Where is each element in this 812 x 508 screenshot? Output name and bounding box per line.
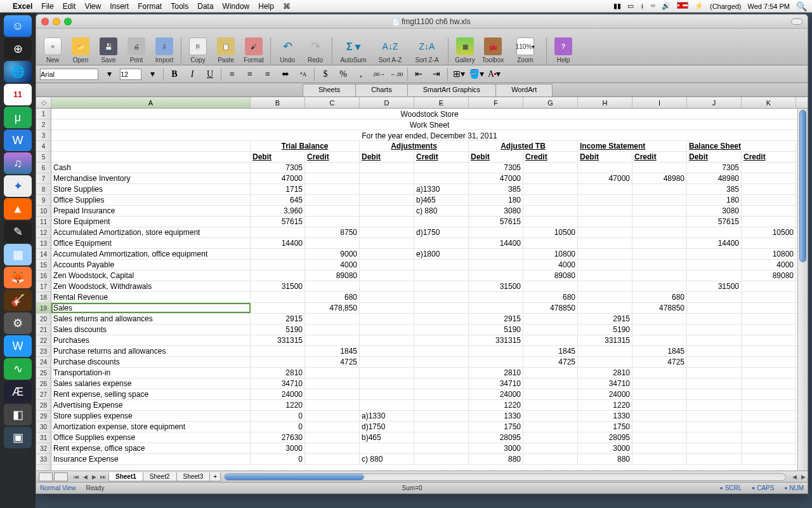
cell[interactable]: Rent expense, selling space <box>51 389 251 399</box>
page-layout-view-button[interactable] <box>54 472 68 481</box>
toolbox-button[interactable]: 🧰Toolbox <box>480 37 506 64</box>
cell[interactable] <box>469 292 523 302</box>
cell[interactable]: 24000 <box>251 389 305 399</box>
borders-button[interactable]: ⊞▾ <box>452 68 466 81</box>
decrease-decimal-button[interactable]: ←.00 <box>390 68 403 81</box>
cell[interactable] <box>742 303 796 313</box>
cell[interactable]: 31500 <box>469 281 523 291</box>
undo-button[interactable]: ↶Undo <box>275 37 300 64</box>
cell[interactable]: 180 <box>469 195 523 205</box>
tab-sheets[interactable]: Sheets <box>303 84 356 97</box>
decrease-indent-button[interactable]: ⇤ <box>412 68 426 81</box>
cell[interactable]: Sales returns and allowances <box>51 314 251 324</box>
hscroll-left[interactable]: ◀ <box>790 474 799 480</box>
cell[interactable] <box>414 422 469 432</box>
cell[interactable]: Prepaid Insurance <box>51 206 251 216</box>
cell[interactable] <box>632 378 687 389</box>
row-header[interactable]: 20 <box>36 314 51 324</box>
row-header[interactable]: 2 <box>36 119 51 130</box>
cell[interactable] <box>305 281 360 291</box>
cell[interactable] <box>687 400 742 410</box>
cell[interactable]: Income Statement <box>578 141 687 151</box>
cell[interactable]: Debit <box>360 152 414 162</box>
first-sheet-button[interactable]: ⏮ <box>72 472 81 481</box>
cell[interactable] <box>523 195 578 205</box>
flag-icon[interactable] <box>677 2 688 10</box>
cell[interactable] <box>360 335 414 345</box>
cell[interactable]: 880 <box>578 454 632 464</box>
cell[interactable]: Credit <box>305 152 360 162</box>
cell[interactable] <box>742 454 796 464</box>
cell[interactable]: 2810 <box>469 368 523 378</box>
cell[interactable] <box>360 206 414 216</box>
cell[interactable]: 1750 <box>578 422 632 432</box>
cell[interactable]: 31500 <box>251 281 305 291</box>
display-icon[interactable]: ▭ <box>627 2 634 10</box>
cell[interactable] <box>414 389 469 399</box>
row-header[interactable]: 24 <box>36 357 51 368</box>
cell[interactable] <box>742 389 796 399</box>
volume-icon[interactable]: 🔊 <box>662 2 671 10</box>
font-name-input[interactable] <box>40 69 98 80</box>
cell[interactable] <box>632 227 687 237</box>
cell[interactable]: 331315 <box>251 335 305 345</box>
cell[interactable]: 3080 <box>469 206 523 216</box>
cell[interactable] <box>523 411 578 421</box>
cell[interactable] <box>360 227 414 237</box>
import-button[interactable]: ⇩Import <box>152 37 177 64</box>
row-header[interactable]: 14 <box>36 249 51 260</box>
cell[interactable] <box>687 292 742 302</box>
cell[interactable]: 1220 <box>578 400 632 410</box>
menu-insert[interactable]: Insert <box>110 2 129 11</box>
cell[interactable]: a)1330 <box>360 411 414 421</box>
cell[interactable] <box>742 400 796 410</box>
cell[interactable] <box>578 163 632 173</box>
cell[interactable] <box>742 238 796 248</box>
row-header[interactable]: 28 <box>36 400 51 411</box>
next-sheet-button[interactable]: ▶ <box>89 472 98 481</box>
merge-button[interactable]: ⬌ <box>278 68 292 81</box>
cell[interactable] <box>742 335 796 345</box>
cell[interactable]: 180 <box>687 195 742 205</box>
cell[interactable] <box>360 217 414 227</box>
cell[interactable] <box>305 163 360 173</box>
chevron-down-icon[interactable]: ▾ <box>145 68 159 81</box>
cell[interactable] <box>687 422 742 432</box>
cell[interactable]: Accumulated Amortization, store equipmen… <box>51 227 251 237</box>
row-header[interactable]: 25 <box>36 368 51 378</box>
minimize-button[interactable] <box>53 18 60 25</box>
app-name[interactable]: Excel <box>13 2 32 11</box>
row-header[interactable]: 31 <box>36 432 51 443</box>
row-header[interactable]: 16 <box>36 271 51 281</box>
cell[interactable] <box>305 432 360 443</box>
cell[interactable] <box>632 443 687 453</box>
cell[interactable]: Transportation-in <box>51 368 251 378</box>
cell[interactable] <box>742 357 796 367</box>
row-header[interactable]: 9 <box>36 195 51 206</box>
cell[interactable] <box>742 346 796 356</box>
cell[interactable] <box>414 443 469 453</box>
cell[interactable]: Sales salaries expense <box>51 378 251 389</box>
cell[interactable]: a)1330 <box>414 184 469 194</box>
cell[interactable]: 10500 <box>742 227 796 237</box>
cell[interactable]: Credit <box>742 152 796 162</box>
cell[interactable] <box>578 346 632 356</box>
spotlight-icon[interactable]: 🔍 <box>796 1 807 11</box>
cell[interactable]: 478,850 <box>305 303 360 313</box>
row-header[interactable]: 11 <box>36 217 51 227</box>
cell[interactable]: 7305 <box>251 163 305 173</box>
col-header-d[interactable]: D <box>360 97 414 108</box>
cell[interactable] <box>578 227 632 237</box>
scrl-indicator[interactable]: SCRL <box>720 485 742 491</box>
menu-edit[interactable]: Edit <box>63 2 76 11</box>
cell[interactable] <box>523 432 578 443</box>
cell[interactable]: 14400 <box>687 238 742 248</box>
cell[interactable] <box>251 227 305 237</box>
vertical-scrollbar[interactable] <box>797 109 808 471</box>
cell[interactable] <box>742 443 796 453</box>
row-header[interactable]: 23 <box>36 346 51 357</box>
power-icon[interactable]: ⚡ <box>695 2 704 10</box>
comma-button[interactable]: , <box>354 68 368 81</box>
cell[interactable] <box>632 271 687 281</box>
cell[interactable] <box>742 378 796 389</box>
